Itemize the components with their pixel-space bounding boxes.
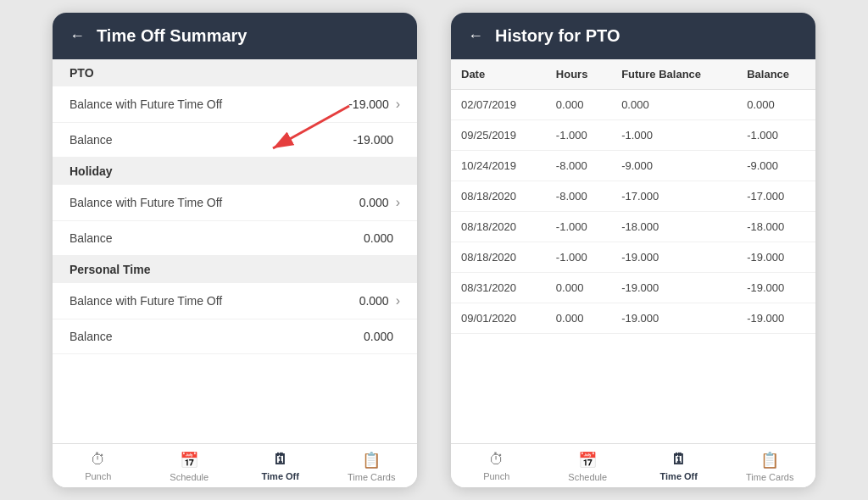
row-holiday-balance: Balance0.000 [53, 221, 417, 256]
right-nav-label-timeoff: Time Off [660, 471, 698, 481]
left-nav-label-timeoff: Time Off [262, 471, 299, 481]
cell-hours-1: -1.000 [546, 120, 611, 151]
row-label-pto-balance: Balance [70, 133, 353, 147]
timecards-icon: 📋 [362, 451, 381, 469]
cell-future_balance-7: -19.000 [611, 303, 737, 334]
right-punch-icon: ⏱ [489, 451, 504, 469]
right-timeoff-icon: 🗓 [671, 451, 687, 469]
cell-balance-4: -18.000 [737, 212, 815, 242]
row-label-personal-balance: Balance [70, 330, 364, 343]
row-value-pto-balance: -19.000 [353, 133, 393, 147]
cell-hours-6: 0.000 [546, 273, 611, 303]
punch-icon: ⏱ [91, 451, 106, 469]
row-label-holiday-bwfto: Balance with Future Time Off [70, 196, 359, 209]
cell-future_balance-3: -17.000 [611, 181, 737, 212]
cell-date-0: 02/07/2019 [451, 90, 546, 120]
cell-balance-2: -9.000 [737, 151, 815, 181]
row-pto-balance: Balance-19.000 [53, 123, 417, 158]
table-row: 09/25/2019-1.000-1.000-1.000 [451, 120, 815, 151]
table-row: 08/18/2020-8.000-17.000-17.000 [451, 181, 815, 212]
right-nav-label-timecards: Time Cards [746, 472, 793, 482]
right-header-title: History for PTO [495, 26, 620, 46]
section-label-pto: PTO [53, 59, 417, 86]
row-value-personal-balance: 0.000 [364, 330, 393, 343]
cell-future_balance-4: -18.000 [611, 212, 737, 242]
chevron-icon-pto-bwfto[interactable]: › [396, 97, 400, 112]
left-nav-label-timecards: Time Cards [348, 472, 395, 482]
right-timecards-icon: 📋 [760, 451, 779, 469]
row-label-pto-bwfto: Balance with Future Time Off [70, 97, 348, 111]
chevron-icon-holiday-bwfto[interactable]: › [396, 195, 400, 210]
cell-hours-4: -1.000 [546, 212, 611, 242]
cell-future_balance-1: -1.000 [611, 120, 737, 151]
left-nav-label-schedule: Schedule [170, 472, 209, 482]
cell-future_balance-5: -19.000 [611, 242, 737, 273]
right-nav-item-timecards[interactable]: 📋Time Cards [725, 444, 816, 487]
left-header-title: Time Off Summary [97, 26, 247, 46]
left-nav-item-timeoff[interactable]: 🗓Time Off [235, 444, 326, 487]
cell-balance-3: -17.000 [737, 181, 815, 212]
cell-future_balance-2: -9.000 [611, 151, 737, 181]
row-pto-bwfto[interactable]: Balance with Future Time Off-19.000› [53, 86, 417, 123]
cell-balance-1: -1.000 [737, 120, 815, 151]
right-nav-item-timeoff[interactable]: 🗓Time Off [633, 444, 725, 487]
row-label-holiday-balance: Balance [70, 231, 364, 245]
cell-date-7: 09/01/2020 [451, 303, 546, 334]
cell-date-1: 09/25/2019 [451, 120, 546, 151]
col-header-hours: Hours [546, 59, 611, 90]
left-nav-item-schedule[interactable]: 📅Schedule [144, 444, 236, 487]
left-nav-item-timecards[interactable]: 📋Time Cards [326, 444, 418, 487]
cell-date-5: 08/18/2020 [451, 242, 546, 273]
left-phone-wrapper: ← Time Off Summary PTOBalance with Futur… [53, 13, 417, 487]
row-holiday-bwfto[interactable]: Balance with Future Time Off0.000› [53, 185, 417, 221]
row-value-holiday-balance: 0.000 [364, 231, 393, 245]
right-nav-item-punch[interactable]: ⏱Punch [451, 444, 542, 487]
row-value-personal-bwfto: 0.000 [359, 294, 389, 308]
right-bottom-nav: ⏱Punch📅Schedule🗓Time Off📋Time Cards [451, 443, 815, 487]
right-back-button[interactable]: ← [468, 27, 483, 45]
cell-date-6: 08/31/2020 [451, 273, 546, 303]
cell-future_balance-0: 0.000 [611, 90, 737, 120]
left-phone-frame: ← Time Off Summary PTOBalance with Futur… [53, 13, 417, 487]
row-value-pto-bwfto: -19.000 [348, 97, 388, 111]
left-bottom-nav: ⏱Punch📅Schedule🗓Time Off📋Time Cards [53, 443, 417, 487]
right-nav-item-schedule[interactable]: 📅Schedule [542, 444, 634, 487]
schedule-icon: 📅 [180, 451, 198, 469]
section-label-holiday: Holiday [53, 158, 417, 185]
row-personal-bwfto[interactable]: Balance with Future Time Off0.000› [53, 283, 417, 319]
right-header: ← History for PTO [451, 13, 815, 59]
history-table: DateHoursFuture BalanceBalance02/07/2019… [451, 59, 815, 334]
cell-hours-5: -1.000 [546, 242, 611, 273]
col-header-future-balance: Future Balance [611, 59, 737, 90]
cell-hours-7: 0.000 [546, 303, 611, 334]
cell-future_balance-6: -19.000 [611, 273, 737, 303]
cell-hours-0: 0.000 [546, 90, 611, 120]
right-schedule-icon: 📅 [578, 451, 597, 469]
cell-balance-7: -19.000 [737, 303, 815, 334]
chevron-icon-personal-bwfto[interactable]: › [396, 293, 400, 308]
cell-date-4: 08/18/2020 [451, 212, 546, 242]
col-header-date: Date [451, 59, 546, 90]
table-row: 08/31/20200.000-19.000-19.000 [451, 273, 815, 303]
cell-balance-5: -19.000 [737, 242, 815, 273]
left-header: ← Time Off Summary [53, 13, 417, 59]
table-row: 08/18/2020-1.000-19.000-19.000 [451, 242, 815, 273]
timeoff-icon: 🗓 [273, 451, 288, 469]
table-row: 10/24/2019-8.000-9.000-9.000 [451, 151, 815, 181]
section-label-personal: Personal Time [53, 256, 417, 283]
table-row: 09/01/20200.000-19.000-19.000 [451, 303, 815, 334]
left-nav-label-punch: Punch [85, 471, 111, 481]
right-phone-frame: ← History for PTO DateHoursFuture Balanc… [451, 13, 815, 487]
left-back-button[interactable]: ← [70, 27, 85, 45]
right-nav-label-punch: Punch [483, 471, 509, 481]
cell-balance-0: 0.000 [737, 90, 815, 120]
row-value-holiday-bwfto: 0.000 [359, 196, 389, 209]
col-header-balance: Balance [737, 59, 815, 90]
cell-date-2: 10/24/2019 [451, 151, 546, 181]
right-nav-label-schedule: Schedule [568, 472, 607, 482]
left-nav-item-punch[interactable]: ⏱Punch [53, 444, 144, 487]
cell-hours-3: -8.000 [546, 181, 611, 212]
cell-balance-6: -19.000 [737, 273, 815, 303]
right-content: DateHoursFuture BalanceBalance02/07/2019… [451, 59, 815, 443]
row-label-personal-bwfto: Balance with Future Time Off [70, 294, 359, 308]
